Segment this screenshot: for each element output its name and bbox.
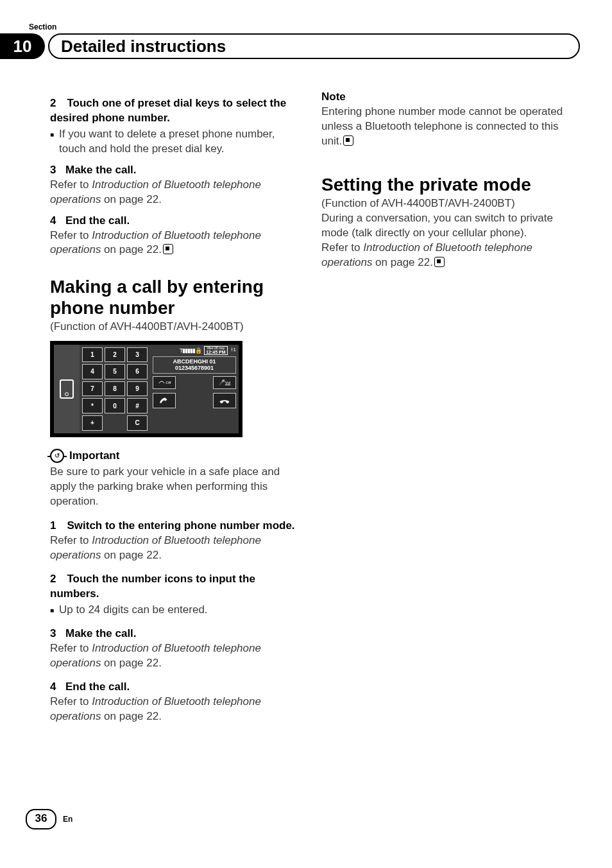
function-note-right: (Function of AVH-4400BT/AVH-2400BT) [321, 196, 574, 211]
step-4-heading: 4End the call. [50, 214, 302, 229]
left-column: 2 Touch one of preset dial keys to selec… [50, 90, 302, 797]
end-mark-icon [343, 135, 353, 146]
note-body: Entering phone number mode cannot be ope… [321, 105, 574, 149]
ref-prefix: Refer to [50, 642, 92, 654]
important-label: Important [69, 449, 119, 464]
step-4-number: 4 [50, 214, 65, 229]
ref-prefix: Refer to [50, 695, 92, 707]
chapter-title: Detailed instructions [48, 33, 580, 59]
section-label: Section [29, 22, 56, 31]
proc-step-4-ref: Refer to Introduction of Bluetooth telep… [50, 695, 302, 724]
signal-icon: T▮▮▮▮▮🔒 [180, 347, 202, 354]
proc-step-4-heading: 4End the call. [50, 680, 302, 695]
key-3: 3 [127, 347, 148, 363]
section-heading-making-call: Making a call by entering phone number [50, 277, 302, 318]
ref-suffix: on page 22. [101, 243, 162, 256]
contact-name: ABCDEHGHI 01 [156, 358, 233, 365]
contact-number: 012345678901 [156, 365, 233, 372]
step-4-ref: Refer to Introduction of Bluetooth telep… [50, 229, 302, 258]
ref-suffix: on page 22. [372, 256, 433, 268]
ref-suffix: on page 22. [101, 710, 162, 722]
dialer-screenshot: 1 2 3 4 5 6 7 8 9 * 0 # + C [50, 341, 242, 437]
status-row: T▮▮▮▮▮🔒 Wed 28 may 12:45 PM ᚼ1 [153, 346, 236, 355]
key-hash: # [127, 398, 148, 413]
bullet-icon: ■ [50, 606, 54, 618]
step-3-ref: Refer to Introduction of Bluetooth telep… [50, 178, 302, 207]
proc-step-1-heading: 1 Switch to the entering phone number mo… [50, 519, 302, 534]
key-plus: + [82, 415, 103, 431]
key-1: 1 [82, 347, 103, 363]
vol-label: Vol [225, 380, 230, 385]
proc-step-1-ref: Refer to Introduction of Bluetooth telep… [50, 534, 302, 563]
step-2-bullet-text: If you want to delete a preset phone num… [59, 127, 302, 157]
proc-step-3-heading: 3Make the call. [50, 627, 302, 641]
note-label: Note [321, 90, 574, 105]
ref-prefix: Refer to [50, 178, 92, 191]
screenshot-sidebar [54, 345, 80, 433]
private-mode-ref: Refer to Introduction of Bluetooth telep… [321, 241, 574, 270]
ref-suffix: on page 22. [101, 549, 162, 561]
proc-step-3-ref: Refer to Introduction of Bluetooth telep… [50, 641, 302, 671]
section-number-badge: 10 [0, 33, 45, 59]
step-3-heading: 3Make the call. [50, 163, 302, 178]
important-icon: ↺ [50, 449, 64, 463]
key-7: 7 [82, 381, 103, 397]
ref-suffix: on page 22. [101, 193, 162, 205]
page-footer: 36 En [26, 809, 72, 829]
phone-device-icon [60, 379, 74, 399]
key-5: 5 [105, 364, 125, 379]
key-2: 2 [105, 347, 125, 363]
off-label: Off [166, 380, 171, 385]
bullet-icon: ■ [50, 130, 54, 157]
display-panel: T▮▮▮▮▮🔒 Wed 28 may 12:45 PM ᚼ1 ABCDEHGHI… [150, 345, 239, 433]
proc-step-4-title: End the call. [65, 681, 130, 693]
contact-display: ABCDEHGHI 01 012345678901 [153, 356, 236, 374]
ref-prefix: Refer to [50, 229, 92, 241]
important-body: Be sure to park your vehicle in a safe p… [50, 465, 302, 509]
step-3-number: 3 [50, 163, 65, 178]
chapter-header: 10 Detailed instructions [0, 33, 580, 59]
clock-time: 12:45 PM [206, 350, 225, 354]
key-clear: C [127, 415, 148, 431]
key-star: * [82, 398, 103, 413]
page-number: 36 [26, 809, 56, 829]
call-accept-icon [153, 393, 176, 408]
key-0: 0 [105, 398, 125, 413]
proc-step-2-bullet-text: Up to 24 digits can be entered. [59, 603, 208, 618]
off-button: Off [153, 376, 176, 389]
end-mark-icon [434, 257, 445, 267]
key-9: 9 [127, 381, 148, 397]
proc-step-3-title: Make the call. [65, 627, 137, 639]
private-mode-body: During a conversation, you can switch to… [321, 211, 574, 241]
key-4: 4 [82, 364, 103, 379]
keypad: 1 2 3 4 5 6 7 8 9 * 0 # + C [80, 345, 150, 433]
ref-suffix: on page 22. [101, 657, 162, 669]
step-2-bullet: ■ If you want to delete a preset phone n… [50, 127, 302, 157]
step-4-title: End the call. [65, 214, 130, 227]
end-mark-icon [163, 244, 173, 254]
proc-step-2-bullet: ■ Up to 24 digits can be entered. [50, 603, 302, 618]
call-hangup-icon [213, 393, 236, 408]
key-8: 8 [105, 381, 125, 397]
proc-step-2-heading: 2 Touch the number icons to input the nu… [50, 572, 302, 602]
step-2-heading: 2 Touch one of preset dial keys to selec… [50, 96, 302, 126]
note-body-text: Entering phone number mode cannot be ope… [321, 105, 563, 147]
function-note-left: (Function of AVH-4400BT/AVH-2400BT) [50, 320, 302, 334]
important-row: ↺ Important [50, 449, 302, 464]
step-3-title: Make the call. [65, 164, 137, 176]
ref-prefix: Refer to [321, 241, 363, 254]
key-6: 6 [127, 364, 148, 379]
clock-box: Wed 28 may 12:45 PM [204, 346, 227, 355]
bluetooth-icon: ᚼ1 [230, 347, 236, 354]
vol-button: 🎤 Vol [213, 376, 236, 389]
clock-date: Wed 28 may [206, 347, 225, 350]
section-heading-private-mode: Setting the private mode [321, 175, 574, 195]
proc-step-3-number: 3 [50, 627, 65, 641]
ref-prefix: Refer to [50, 534, 92, 546]
page-language: En [63, 815, 72, 824]
right-column: Note Entering phone number mode cannot b… [321, 90, 574, 797]
proc-step-4-number: 4 [50, 680, 65, 695]
